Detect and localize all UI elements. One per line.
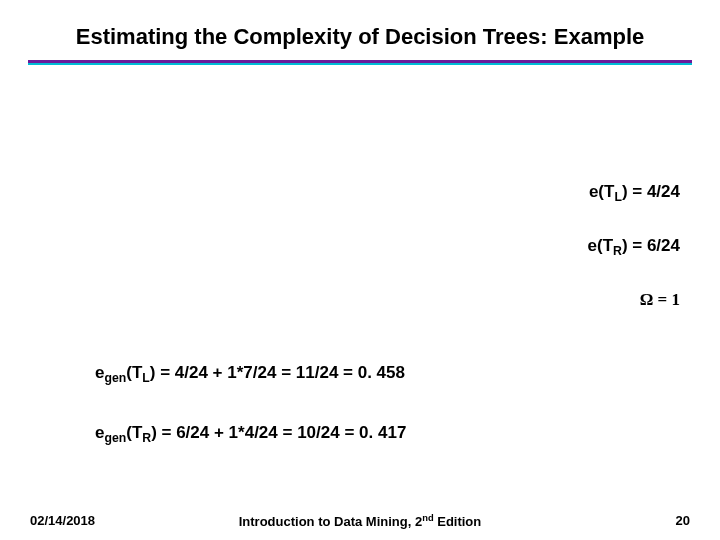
etr-rest: ) = 6/24: [622, 236, 680, 255]
egen-tl-sub: L: [142, 371, 149, 385]
egen-tr-sub: R: [142, 431, 151, 445]
omega-symbol: Ω: [640, 290, 654, 309]
footer-center-sup: nd: [422, 513, 433, 523]
egen-tl-open: (T: [126, 363, 142, 382]
equation-egen-tr: egen(TR) = 6/24 + 1*4/24 = 10/24 = 0. 41…: [95, 423, 406, 445]
slide-title: Estimating the Complexity of Decision Tr…: [28, 24, 692, 50]
omega-rest: = 1: [653, 290, 680, 309]
footer-date: 02/14/2018: [30, 513, 95, 528]
equation-etr: e(TR) = 6/24: [588, 236, 680, 258]
slide-content: e(TL) = 4/24 e(TR) = 6/24 Ω = 1 egen(TL)…: [0, 60, 720, 500]
slide-footer: 02/14/2018 Introduction to Data Mining, …: [0, 513, 720, 528]
slide: Estimating the Complexity of Decision Tr…: [0, 0, 720, 540]
footer-page-number: 20: [676, 513, 690, 528]
etl-rest: ) = 4/24: [622, 182, 680, 201]
etr-label: e(T: [588, 236, 614, 255]
egen-tr-eq: ) = 6/24 + 1*4/24 = 10/24 = 0. 417: [151, 423, 406, 442]
footer-center-post: Edition: [434, 514, 482, 529]
equation-egen-tl: egen(TL) = 4/24 + 1*7/24 = 11/24 = 0. 45…: [95, 363, 405, 385]
equation-etl: e(TL) = 4/24: [589, 182, 680, 204]
egen-tr-open: (T: [126, 423, 142, 442]
etl-label: e(T: [589, 182, 615, 201]
footer-center-pre: Introduction to Data Mining, 2: [239, 514, 422, 529]
footer-center: Introduction to Data Mining, 2nd Edition: [239, 513, 482, 529]
etl-sub: L: [614, 190, 621, 204]
egen-tl-eq: ) = 4/24 + 1*7/24 = 11/24 = 0. 458: [150, 363, 405, 382]
etr-sub: R: [613, 244, 622, 258]
egen-sub: gen: [104, 371, 126, 385]
equation-omega: Ω = 1: [640, 290, 680, 310]
egen-sub-2: gen: [104, 431, 126, 445]
